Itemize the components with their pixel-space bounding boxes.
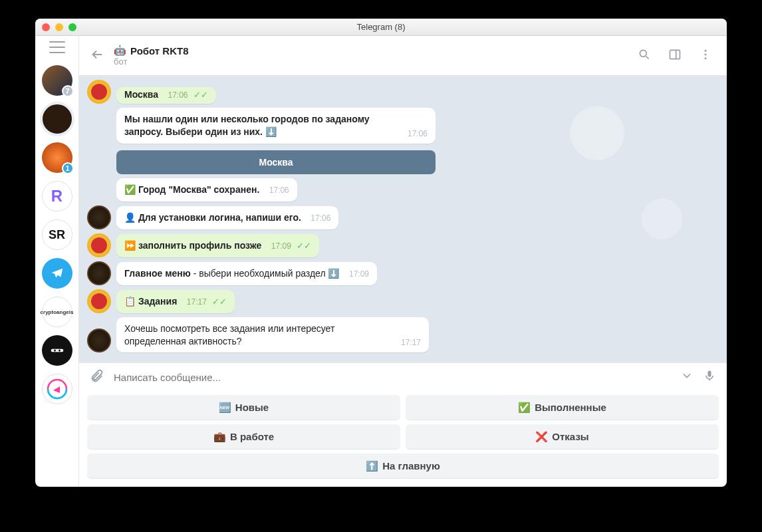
svg-rect-1 [51,349,63,352]
read-ticks-icon: ✓✓ [212,297,227,307]
message-in[interactable]: Мы нашли один или несколько городов по з… [116,108,436,144]
telegram-icon [50,266,64,281]
kbd-home[interactable]: ⬆️На главную [87,454,719,479]
ninja-icon [48,341,66,360]
svg-point-10 [705,57,707,59]
panel-button[interactable] [664,44,686,68]
kbd-new[interactable]: 🆕Новые [87,395,400,420]
sidebar-panel-icon [668,48,682,61]
back-button[interactable] [90,47,104,65]
commands-button[interactable] [680,369,694,385]
window-title: Telegram (8) [35,22,727,32]
megaphone-icon [47,378,68,400]
svg-rect-7 [670,50,680,59]
chat-header: 🤖 Робот RKT8 бот [79,36,727,76]
svg-point-9 [705,53,707,55]
svg-point-8 [705,49,707,51]
read-ticks-icon: ✓✓ [297,241,311,251]
unread-badge: 7 [62,85,74,97]
paperclip-icon [90,368,104,383]
kbd-declined[interactable]: ❌Отказы [406,424,719,450]
bot-avatar[interactable] [87,261,111,285]
user-avatar[interactable] [87,289,111,313]
reply-keyboard: 🆕Новые ✅Выполненные 💼В работе ❌Отказы ⬆️… [79,391,727,487]
svg-point-6 [640,50,646,57]
titlebar: Telegram (8) [35,19,727,36]
unread-badge: 1 [62,162,74,174]
chat-avatar-8[interactable] [42,335,72,366]
chat-avatar-9[interactable] [42,374,72,404]
chat-avatar-2-active[interactable] [42,104,72,134]
chat-avatar-6[interactable] [42,258,72,289]
inline-button-moscow[interactable]: Москва [116,150,436,174]
message-out[interactable]: Москва 17:06 ✓✓ [116,87,216,104]
chat-avatar-4[interactable]: R [42,181,72,211]
svg-point-3 [58,349,60,351]
bot-avatar[interactable] [87,329,111,352]
chat-name[interactable]: 🤖 Робот RKT8 [114,45,624,57]
chat-avatar-7[interactable]: cryptoangels [42,297,72,327]
chat-avatar-5[interactable]: SR [42,219,72,250]
user-avatar[interactable] [87,233,111,257]
search-icon [638,48,651,61]
chat-area[interactable]: Москва 17:06 ✓✓ Мы нашли один или нескол… [79,76,727,362]
svg-rect-11 [708,371,711,377]
bot-emoji: 🤖 [114,45,126,57]
message-in[interactable]: Хочешь посмотреть все задания или интере… [116,317,429,353]
kbd-in-progress[interactable]: 💼В работе [87,424,400,450]
svg-point-2 [53,349,55,351]
message-in[interactable]: ✅ Город "Москва" сохранен. 17:06 [116,178,297,201]
sidebar: 7 1 R SR cryptoangels [35,36,79,487]
user-avatar[interactable] [87,80,111,104]
bot-avatar[interactable] [87,205,111,229]
message-in[interactable]: Главное меню - выбери необходимый раздел… [116,262,377,285]
more-button[interactable] [695,44,716,68]
chevron-down-icon [680,369,694,382]
app-window: Telegram (8) 7 1 R SR cryptoangels [35,19,727,487]
read-ticks-icon: ✓✓ [193,90,208,100]
search-button[interactable] [634,44,655,68]
menu-button[interactable] [49,41,65,53]
kbd-done[interactable]: ✅Выполненные [406,395,719,420]
more-vertical-icon [699,48,712,61]
message-input[interactable] [114,372,671,383]
arrow-left-icon [90,47,104,62]
chat-avatar-3[interactable]: 1 [42,142,72,173]
attach-button[interactable] [90,368,104,386]
voice-button[interactable] [703,368,716,386]
message-in[interactable]: 👤 Для установки логина, напиши его. 17:0… [116,206,338,229]
composer [79,362,727,391]
message-out[interactable]: 📋 Задания 17:17 ✓✓ [116,290,235,313]
message-out[interactable]: ⏩ заполнить профиль позже 17:09 ✓✓ [116,234,319,257]
chat-subtitle: бот [114,57,624,66]
chat-avatar-1[interactable]: 7 [42,65,72,96]
microphone-icon [703,368,716,383]
